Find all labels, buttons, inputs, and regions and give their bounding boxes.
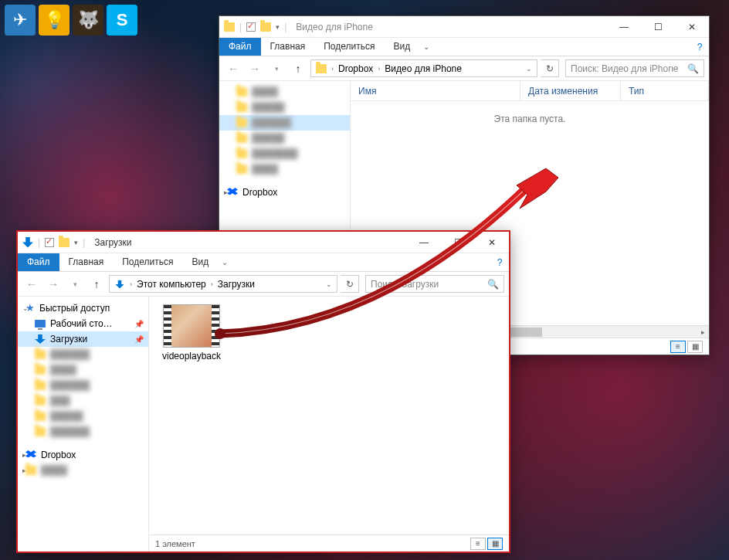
tab-view[interactable]: Вид bbox=[182, 253, 218, 271]
column-name[interactable]: Имя bbox=[351, 81, 520, 100]
separator: | bbox=[83, 237, 85, 248]
titlebar[interactable]: | ▾ | Видео для iPhone — ☐ ✕ bbox=[219, 16, 709, 38]
navigation-pane[interactable]: ⌄ ★ Быстрый доступ Рабочий сто… 📌 Загруз… bbox=[18, 297, 149, 552]
address-bar-row: ← → ▾ ↑ › Dropbox › Видео для iPhone ⌄ ↻… bbox=[219, 56, 709, 81]
dropbox-icon bbox=[227, 188, 238, 197]
refresh-button[interactable]: ↻ bbox=[341, 275, 359, 293]
nav-history-icon[interactable]: ▾ bbox=[267, 59, 286, 78]
nav-item-dropbox[interactable]: ▸ Dropbox bbox=[18, 447, 148, 463]
minimize-button[interactable]: — bbox=[607, 16, 641, 38]
nav-item-blurred[interactable]: ██████ bbox=[18, 424, 148, 440]
ribbon-expand-icon[interactable]: ⌄ bbox=[218, 253, 232, 271]
tab-home[interactable]: Главная bbox=[261, 38, 315, 56]
nav-item-blurred[interactable]: ████ bbox=[219, 161, 350, 177]
view-details-button[interactable]: ≡ bbox=[670, 341, 686, 353]
files-area[interactable]: videoplayback bbox=[149, 297, 509, 535]
ribbon-expand-icon[interactable]: ⌄ bbox=[419, 38, 433, 56]
nav-item-blurred[interactable]: ████ bbox=[219, 84, 350, 100]
tab-file[interactable]: Файл bbox=[18, 253, 59, 271]
nav-item-downloads[interactable]: Загрузки 📌 bbox=[18, 331, 148, 347]
explorer-window-downloads: | ▾ | Загрузки — ☐ ✕ Файл Главная Подели… bbox=[16, 230, 510, 553]
file-item-video[interactable]: videoplayback bbox=[157, 304, 226, 361]
nav-item-blurred[interactable]: ██████ bbox=[18, 378, 148, 393]
nav-up-button[interactable]: ↑ bbox=[87, 275, 106, 294]
nav-back-button[interactable]: ← bbox=[224, 59, 242, 78]
telegram-icon[interactable]: ✈ bbox=[5, 5, 36, 36]
separator: | bbox=[284, 22, 287, 32]
nav-up-button[interactable]: ↑ bbox=[289, 59, 307, 78]
nav-item-blurred[interactable]: ▸ ████ bbox=[18, 463, 148, 478]
separator: | bbox=[239, 22, 242, 32]
checkbox-icon[interactable] bbox=[45, 238, 54, 247]
breadcrumb-segment[interactable]: Этот компьютер bbox=[134, 279, 209, 290]
help-icon[interactable]: ? bbox=[690, 38, 709, 56]
minimize-button[interactable]: — bbox=[407, 232, 441, 253]
tab-file[interactable]: Файл bbox=[219, 38, 261, 56]
search-input[interactable]: Поиск: Видео для iPhone 🔍 bbox=[565, 59, 704, 77]
view-details-button[interactable]: ≡ bbox=[470, 538, 486, 550]
nav-item-desktop[interactable]: Рабочий сто… 📌 bbox=[18, 316, 148, 331]
nav-item-blurred[interactable]: █████ bbox=[219, 131, 350, 146]
breadcrumb-segment[interactable]: Dropbox bbox=[335, 63, 376, 74]
pin-icon: 📌 bbox=[134, 320, 144, 328]
nav-item-blurred[interactable]: █████ bbox=[18, 409, 148, 424]
skype-icon[interactable]: S bbox=[107, 5, 137, 36]
window-title: Загрузки bbox=[94, 237, 131, 248]
nav-history-icon[interactable]: ▾ bbox=[66, 275, 84, 294]
search-icon[interactable]: 🔍 bbox=[687, 63, 699, 74]
qat-chevron-icon[interactable]: ▾ bbox=[276, 23, 280, 31]
chevron-icon[interactable]: › bbox=[376, 65, 381, 73]
nav-item-blurred[interactable]: ████ bbox=[18, 362, 148, 378]
breadcrumb-segment[interactable]: Загрузки bbox=[215, 279, 258, 290]
search-placeholder: Поиск: Загрузки bbox=[371, 279, 439, 290]
nav-item-blurred[interactable]: ██████ bbox=[219, 115, 350, 131]
nav-item-quick-access[interactable]: ⌄ ★ Быстрый доступ bbox=[18, 300, 148, 316]
column-date[interactable]: Дата изменения bbox=[520, 81, 621, 100]
refresh-button[interactable]: ↻ bbox=[541, 59, 559, 77]
desktop-shortcut-row: ✈ 💡 🐺 S bbox=[5, 5, 137, 36]
content-pane[interactable]: videoplayback 1 элемент ≡ ▦ bbox=[149, 297, 509, 552]
nav-back-button[interactable]: ← bbox=[22, 275, 41, 294]
close-button[interactable]: ✕ bbox=[475, 232, 509, 253]
maximize-button[interactable]: ☐ bbox=[641, 16, 675, 38]
chevron-icon[interactable]: › bbox=[209, 280, 215, 288]
nav-item-blurred[interactable]: ██████ bbox=[18, 347, 148, 362]
search-input[interactable]: Поиск: Загрузки 🔍 bbox=[365, 275, 504, 293]
view-icons-button[interactable]: ▦ bbox=[687, 341, 703, 353]
tab-home[interactable]: Главная bbox=[59, 253, 114, 271]
scroll-right-icon[interactable]: ▸ bbox=[697, 326, 709, 338]
collapse-icon[interactable]: ⌄ bbox=[22, 304, 29, 312]
bulb-icon[interactable]: 💡 bbox=[39, 5, 70, 36]
checkbox-icon[interactable] bbox=[246, 22, 256, 32]
downloads-icon bbox=[22, 237, 33, 248]
view-icons-button[interactable]: ▦ bbox=[487, 538, 503, 550]
close-button[interactable]: ✕ bbox=[675, 16, 709, 38]
gimp-icon[interactable]: 🐺 bbox=[73, 5, 103, 36]
chevron-icon[interactable]: › bbox=[128, 280, 134, 288]
nav-item-blurred[interactable]: ███ bbox=[18, 393, 148, 409]
tab-share[interactable]: Поделиться bbox=[314, 38, 384, 56]
chevron-down-icon[interactable]: ⌄ bbox=[526, 65, 535, 73]
tab-view[interactable]: Вид bbox=[384, 38, 419, 56]
chevron-icon[interactable]: › bbox=[330, 65, 335, 73]
chevron-down-icon[interactable]: ⌄ bbox=[326, 280, 335, 288]
search-icon[interactable]: 🔍 bbox=[487, 279, 499, 290]
tab-share[interactable]: Поделиться bbox=[113, 253, 182, 271]
nav-forward-button: → bbox=[246, 59, 264, 78]
desktop-icon bbox=[35, 320, 46, 328]
pin-icon: 📌 bbox=[134, 335, 144, 344]
qat-chevron-icon[interactable]: ▾ bbox=[74, 239, 78, 246]
breadcrumb-segment[interactable]: Видео для iPhone bbox=[381, 63, 465, 74]
breadcrumb[interactable]: › Dropbox › Видео для iPhone ⌄ bbox=[310, 59, 537, 77]
maximize-button[interactable]: ☐ bbox=[441, 232, 475, 253]
nav-forward-button: → bbox=[44, 275, 63, 294]
downloads-icon bbox=[115, 280, 124, 288]
nav-item-blurred[interactable]: █████ bbox=[219, 100, 350, 115]
dropbox-icon bbox=[25, 450, 36, 460]
help-icon[interactable]: ? bbox=[490, 253, 509, 271]
nav-item-dropbox[interactable]: ▸ Dropbox bbox=[219, 185, 350, 200]
titlebar[interactable]: | ▾ | Загрузки — ☐ ✕ bbox=[18, 232, 509, 253]
nav-item-blurred[interactable]: ███████ bbox=[219, 146, 350, 161]
breadcrumb[interactable]: › Этот компьютер › Загрузки ⌄ bbox=[109, 275, 337, 293]
column-type[interactable]: Тип bbox=[621, 81, 709, 100]
